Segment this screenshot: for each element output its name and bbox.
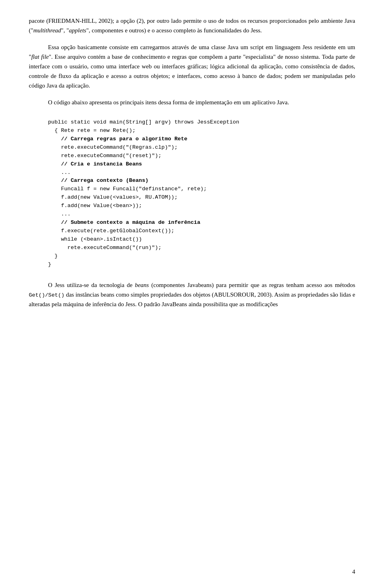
code-line-9: Funcall f = new Funcall("definstance", r…: [48, 185, 355, 193]
code-line-4: rete.executeCommand("(Regras.clp)");: [48, 144, 355, 152]
code-block: public static void main(String[] argv) t…: [48, 118, 355, 269]
paragraph-4: O Jess utiliza-se da tecnologia de beans…: [29, 280, 355, 309]
code-line-8: // Carrega contexto (Beans): [48, 177, 355, 185]
paragraph-3: O código abaixo apresenta os principais …: [29, 98, 355, 107]
paragraph-2: Essa opção basicamente consiste em carre…: [29, 42, 355, 90]
code-inline-getset: Get()/Set(): [29, 292, 64, 298]
code-line-16: rete.executeCommand("(run)");: [48, 244, 355, 252]
italic-beans: beans: [135, 282, 149, 288]
code-line-13: // Submete contexto a máquina de inferên…: [48, 219, 355, 227]
code-line-15: while (<bean>.isIntact()): [48, 235, 355, 244]
code-line-11: f.add(new Value(<bean>));: [48, 202, 355, 210]
code-line-14: f.execute(rete.getGlobalContext());: [48, 227, 355, 235]
code-line-12: ...: [48, 210, 355, 219]
italic-applets: applets: [69, 27, 86, 34]
code-line-3: // Carrega regras para o algoritmo Rete: [48, 135, 355, 144]
code-line-6: // Cria e instancia Beans: [48, 160, 355, 169]
code-line-17: }: [48, 252, 355, 261]
code-line-10: f.add(new Value(<values>, RU.ATOM));: [48, 193, 355, 202]
code-line-5: rete.executeCommand("(reset)");: [48, 152, 355, 160]
code-line-7: ...: [48, 169, 355, 177]
code-line-2: { Rete rete = new Rete();: [48, 127, 355, 135]
italic-multithread: multithread: [33, 27, 61, 34]
paragraph-1: pacote (FRIEDMAN-HILL, 2002); a opção (2…: [29, 16, 355, 35]
page-number: 4: [352, 568, 356, 575]
code-line-18: }: [48, 261, 355, 269]
page-container: pacote (FRIEDMAN-HILL, 2002); a opção (2…: [0, 0, 384, 588]
italic-flat-file: flat file: [31, 54, 49, 60]
code-line-1: public static void main(String[] argv) t…: [48, 118, 355, 127]
